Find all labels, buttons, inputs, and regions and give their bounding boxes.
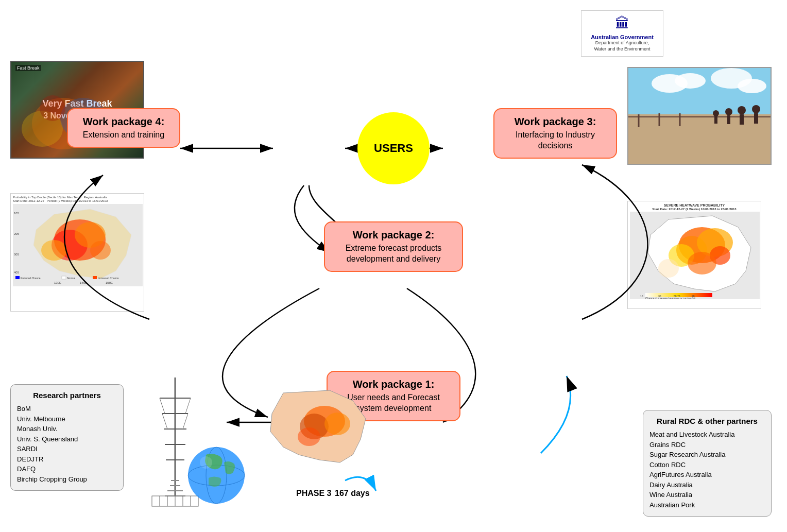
users-label: USERS: [374, 142, 413, 155]
svg-text:405: 405: [14, 271, 20, 274]
wp2-title: Work package 2:: [333, 229, 454, 241]
research-partners-items: BoM Univ. Melbourne Monash Univ. Univ. S…: [17, 404, 117, 484]
research-partners-title: Research partners: [17, 391, 117, 400]
svg-text:Chance of a severe heatwave oc: Chance of a severe heatwave occurring (%…: [645, 297, 696, 299]
svg-point-90: [324, 413, 350, 435]
svg-point-2: [675, 73, 706, 89]
svg-text:130E: 130E: [54, 281, 61, 284]
gov-logo: 🏛 Australian Government Department of Ag…: [581, 10, 663, 57]
svg-text:PHASE 3: PHASE 3: [296, 489, 332, 497]
rural-rdc-items: Meat and Livestock Australia Grains RDC …: [649, 430, 765, 510]
svg-point-29: [41, 240, 67, 261]
svg-point-30: [90, 241, 111, 260]
globe-tower-composite: PHASE 3 167 days: [144, 367, 381, 511]
wp4-title: Work package 4:: [76, 115, 171, 128]
svg-text:Normal: Normal: [67, 277, 75, 280]
prob-title: Probability in Top Decile (Decile 10) fo…: [13, 196, 142, 203]
prob-map-photo: Probability in Top Decile (Decile 10) fo…: [10, 193, 144, 312]
farm-photo: 👤👤👤👤: [627, 67, 772, 165]
wp3-title: Work package 3:: [503, 115, 608, 128]
svg-line-73: [160, 398, 165, 414]
wp3-box: Work package 3: Interfacing to Industry …: [493, 108, 617, 159]
svg-point-16: [752, 105, 760, 113]
svg-rect-17: [754, 113, 758, 124]
rural-rdc-title: Rural RDC & other partners: [649, 417, 765, 425]
svg-text:150E: 150E: [106, 281, 113, 284]
gov-title: Australian Government: [586, 34, 659, 40]
research-partners-box: Research partners BoM Univ. Melbourne Mo…: [10, 384, 124, 491]
svg-point-14: [738, 106, 746, 114]
svg-rect-11: [714, 116, 717, 124]
svg-point-23: [40, 95, 65, 121]
svg-text:205: 205: [14, 232, 20, 235]
svg-text:Increased Chance: Increased Chance: [98, 277, 119, 280]
svg-text:167 days: 167 days: [335, 489, 370, 497]
svg-point-86: [200, 456, 212, 469]
wp4-box: Work package 4: Extension and training: [67, 108, 180, 148]
svg-line-74: [185, 398, 191, 414]
svg-point-4: [738, 79, 766, 93]
users-circle: USERS: [357, 112, 430, 184]
svg-point-10: [713, 110, 719, 116]
svg-text:10: 10: [640, 295, 643, 298]
wp4-desc: Extension and training: [76, 130, 171, 141]
svg-rect-15: [740, 114, 744, 125]
heatwave-title: SEVERE HEATWAVE PROBABILITY Start Date: …: [630, 203, 759, 211]
svg-text:105: 105: [14, 212, 20, 215]
svg-text:140E: 140E: [80, 281, 87, 284]
gov-dept: Department of Agriculture, Water and the…: [586, 40, 659, 52]
svg-rect-13: [727, 115, 730, 124]
svg-point-91: [298, 427, 320, 446]
wp2-box: Work package 2: Extreme forecast product…: [324, 221, 463, 272]
svg-line-75: [162, 414, 167, 429]
svg-line-76: [183, 414, 188, 429]
heatwave-map-photo: SEVERE HEATWAVE PROBABILITY Start Date: …: [627, 201, 761, 309]
svg-rect-42: [93, 276, 97, 279]
svg-text:Reduced Chance: Reduced Chance: [21, 277, 41, 280]
svg-rect-40: [62, 276, 66, 279]
wp3-desc: Interfacing to Industry decisions: [503, 130, 608, 151]
svg-rect-38: [15, 276, 20, 279]
svg-rect-5: [628, 114, 772, 165]
wp2-desc: Extreme forecast products development an…: [333, 243, 454, 265]
gov-crest: 🏛: [586, 15, 659, 32]
svg-point-52: [658, 259, 679, 278]
rural-rdc-box: Rural RDC & other partners Meat and Live…: [643, 410, 772, 517]
svg-point-51: [688, 252, 716, 274]
svg-point-12: [725, 108, 732, 115]
svg-text:305: 305: [14, 253, 20, 256]
